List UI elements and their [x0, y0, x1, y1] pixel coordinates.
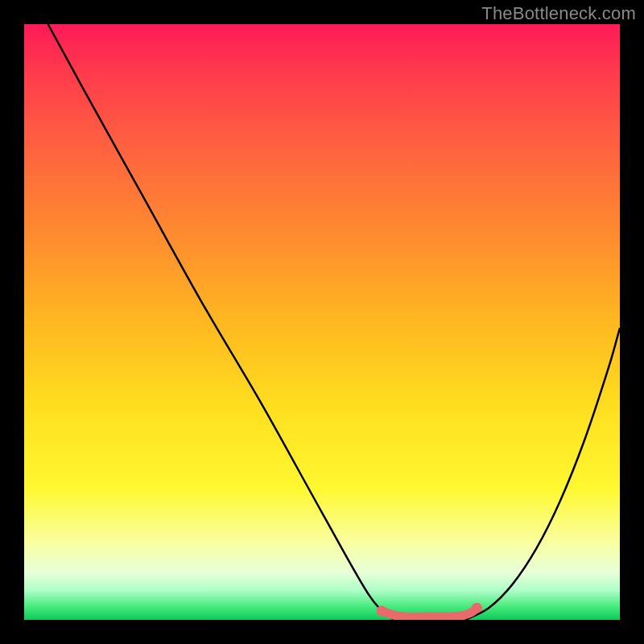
watermark-text: TheBottleneck.com	[481, 3, 636, 24]
marker-end-dot	[472, 603, 482, 613]
marker-end-dot	[377, 605, 387, 616]
flat-marker	[382, 608, 477, 617]
curves-layer	[24, 24, 620, 620]
chart-frame: TheBottleneck.com	[0, 0, 644, 644]
right-curve	[465, 328, 620, 620]
left-curve	[48, 24, 394, 620]
plot-area	[24, 24, 620, 620]
